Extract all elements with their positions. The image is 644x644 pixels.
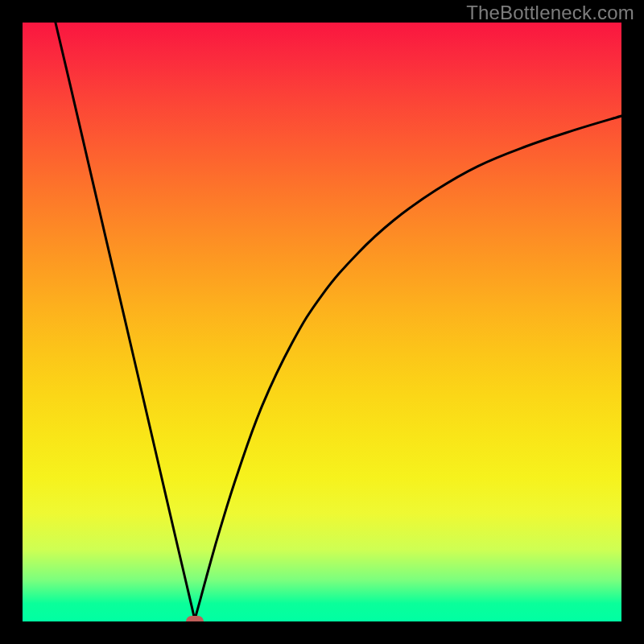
bottleneck-curve xyxy=(56,23,621,621)
minimum-marker xyxy=(186,616,204,621)
chart-frame: TheBottleneck.com xyxy=(0,0,644,644)
watermark-text: TheBottleneck.com xyxy=(466,2,634,24)
curve-overlay xyxy=(23,23,621,621)
plot-area xyxy=(23,23,621,621)
